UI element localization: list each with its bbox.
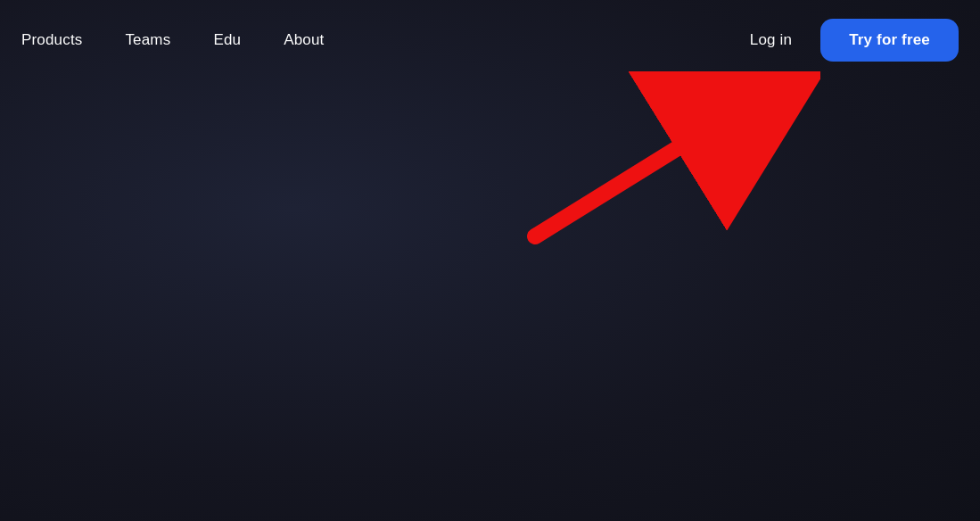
svg-line-1 bbox=[535, 98, 758, 236]
annotation-arrow bbox=[464, 71, 820, 268]
navbar: Products Teams Edu About Log in Try for … bbox=[0, 0, 980, 80]
nav-item-edu[interactable]: Edu bbox=[213, 31, 241, 49]
nav-item-teams[interactable]: Teams bbox=[125, 31, 170, 49]
nav-left: Products Teams Edu About bbox=[21, 31, 324, 49]
nav-right: Log in Try for free bbox=[750, 19, 959, 62]
login-link[interactable]: Log in bbox=[750, 31, 792, 49]
nav-item-about[interactable]: About bbox=[284, 31, 324, 49]
nav-item-products[interactable]: Products bbox=[21, 31, 82, 49]
try-for-free-button[interactable]: Try for free bbox=[820, 19, 959, 62]
